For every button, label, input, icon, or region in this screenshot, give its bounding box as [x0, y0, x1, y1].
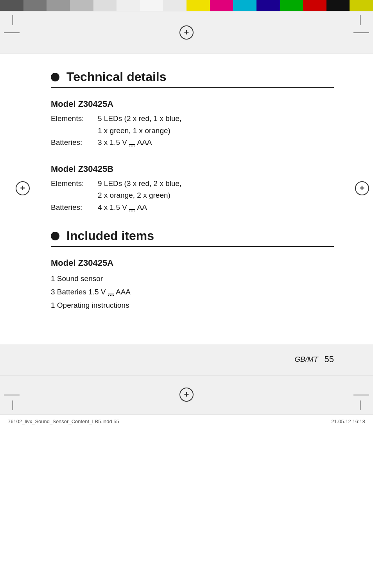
reg-line-bottom-left	[13, 400, 13, 410]
model-b-batteries-label: Batteries:	[51, 202, 98, 213]
included-items-header: Included items	[51, 229, 334, 243]
reg-line-bottom-right	[360, 400, 360, 410]
reg-horiz-right	[353, 32, 369, 33]
model-a-batteries-value: 3 x 1.5 V AAA	[98, 137, 152, 148]
swatch-13	[280, 0, 303, 11]
model-a-elements-label: Elements:	[51, 113, 98, 124]
reg-horiz-bottom-left	[4, 395, 20, 395]
model-a-batteries-label: Batteries:	[51, 137, 98, 148]
swatch-6	[117, 0, 140, 11]
swatch-11	[233, 0, 256, 11]
list-item-2: 3 Batteries 1.5 V AAA	[51, 285, 334, 299]
included-items-title: Included items	[66, 229, 154, 243]
top-registration-area	[0, 11, 373, 54]
reg-mark-side-right: +	[355, 181, 369, 195]
model-b-elements-value1: 9 LEDs (3 x red, 2 x blue,	[98, 178, 181, 189]
model-a-block: Model Z30425A Elements: 5 LEDs (2 x red,…	[51, 99, 334, 148]
swatch-15	[326, 0, 350, 11]
included-items-underline	[51, 246, 334, 247]
model-b-elements-value2: 2 x orange, 2 x green)	[98, 190, 334, 201]
footer-page-number: 55	[325, 354, 334, 364]
included-items-spacing: Included items Model Z30425A 1 Sound sen…	[51, 229, 334, 312]
main-content: Technical details Model Z30425A Elements…	[0, 54, 373, 344]
model-b-elements-row: Elements: 9 LEDs (3 x red, 2 x blue,	[51, 178, 334, 189]
swatch-4	[70, 0, 93, 11]
swatch-16	[350, 0, 373, 11]
page-footer: GB/MT 55	[0, 344, 373, 375]
color-bar	[0, 0, 373, 11]
list-item-1: 1 Sound sensor	[51, 272, 334, 285]
bullet-technical	[51, 73, 59, 81]
included-items-list: 1 Sound sensor 3 Batteries 1.5 V AAA	[51, 272, 334, 312]
bullet-included	[51, 232, 59, 240]
swatch-10	[210, 0, 233, 11]
technical-details-title: Technical details	[66, 70, 167, 84]
reg-line-top-right	[360, 15, 360, 25]
file-date: 21.05.12 16:18	[331, 418, 365, 424]
included-model-a-title: Model Z30425A	[51, 258, 334, 268]
model-b-elements-label: Elements:	[51, 178, 98, 189]
reg-mark-side-left: +	[16, 181, 30, 195]
swatch-1	[0, 0, 23, 11]
dc-symbol-b	[129, 209, 135, 211]
included-model-a-block: Model Z30425A 1 Sound sensor 3 Batteries…	[51, 258, 334, 312]
reg-horiz-bottom-right	[353, 395, 369, 395]
dc-symbol-a	[129, 144, 135, 146]
model-b-block: Model Z30425B Elements: 9 LEDs (3 x red,…	[51, 164, 334, 213]
swatch-5	[93, 0, 117, 11]
model-b-title: Model Z30425B	[51, 164, 334, 174]
list-item-3: 1 Operating instructions	[51, 299, 334, 312]
footer-language: GB/MT	[294, 355, 318, 364]
registration-mark-bottom	[179, 388, 194, 402]
model-b-batteries-value: 4 x 1.5 V AA	[98, 202, 147, 213]
technical-details-underline	[51, 87, 334, 88]
model-a-elements-row: Elements: 5 LEDs (2 x red, 1 x blue,	[51, 113, 334, 124]
reg-horiz-left	[4, 32, 20, 33]
model-a-batteries-row: Batteries: 3 x 1.5 V AAA	[51, 137, 334, 148]
swatch-9	[186, 0, 210, 11]
swatch-14	[303, 0, 326, 11]
swatch-2	[23, 0, 47, 11]
model-a-elements-value2: 1 x green, 1 x orange)	[98, 125, 334, 137]
technical-details-header: Technical details	[51, 70, 334, 84]
swatch-7	[140, 0, 163, 11]
reg-line-top-left	[13, 15, 13, 25]
registration-mark-top	[179, 25, 194, 40]
swatch-12	[256, 0, 280, 11]
middle-section: + + Model Z30425B Elements: 9 LEDs (3 x …	[51, 164, 334, 213]
swatch-8	[163, 0, 186, 11]
swatch-3	[47, 0, 70, 11]
bottom-file-info: 76102_livx_Sound_Sensor_Content_LB5.indd…	[0, 414, 373, 428]
model-b-batteries-row: Batteries: 4 x 1.5 V AA	[51, 202, 334, 213]
model-a-title: Model Z30425A	[51, 99, 334, 109]
dc-symbol-list	[108, 294, 114, 296]
model-a-elements-value1: 5 LEDs (2 x red, 1 x blue,	[98, 113, 181, 124]
bottom-registration-area	[0, 375, 373, 414]
file-name: 76102_livx_Sound_Sensor_Content_LB5.indd…	[8, 418, 119, 424]
